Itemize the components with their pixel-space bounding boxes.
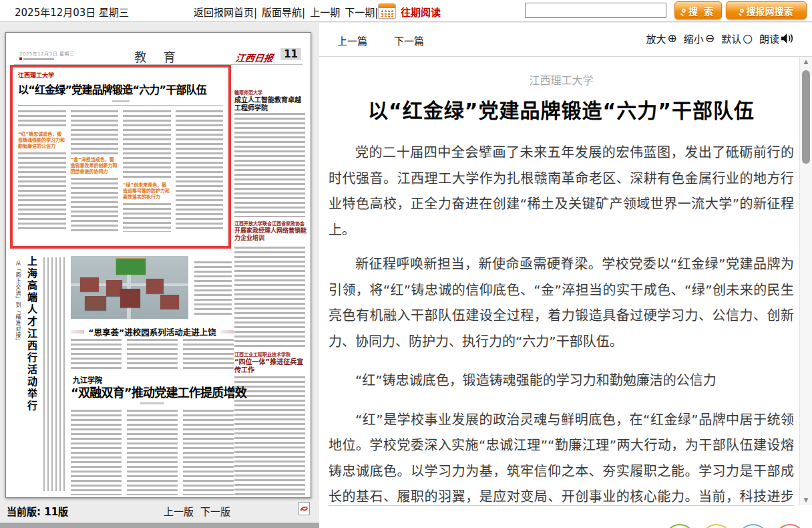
lead-byline — [112, 100, 130, 102]
share-button-green[interactable] — [664, 524, 695, 528]
article-title: 以“红金绿”党建品牌锻造“六力”干部队伍 — [329, 94, 794, 124]
scrollbar-thumb[interactable] — [802, 70, 810, 164]
mid-article-headline[interactable]: “思享荟”进校园系列活动走进上饶 — [88, 325, 216, 338]
zoom-out-icon: ⊖ — [705, 33, 715, 44]
simulated-text — [18, 110, 66, 129]
bottom-article-headline[interactable]: “双融双育”推动党建工作提质增效 — [71, 383, 235, 400]
search-icon — [682, 9, 686, 13]
scroll-up-arrow[interactable]: ▲ — [800, 58, 812, 65]
gradient-rule — [18, 105, 223, 106]
zoom-default-button[interactable]: 默认 ○ — [721, 31, 753, 45]
article-paragraph: 新征程呼唤新担当，新使命亟需硬脊梁。学校党委以“红金绿”党建品牌为引领，将“红”… — [329, 251, 794, 354]
share-button-yellow[interactable] — [701, 524, 732, 528]
prev-page-link[interactable]: 上一版 — [164, 504, 194, 518]
search-icon — [740, 9, 744, 13]
newspaper-page-preview[interactable]: 2025年12月3日 星期三 教 育 江西日报 11 江西理工大学 以“红金绿”… — [5, 32, 311, 498]
article-subtitle: 江西理工大学 — [329, 72, 794, 88]
vertical-article-headline[interactable]: 上海高端人才江西行活动举行 — [25, 256, 39, 491]
decorative-bar — [71, 330, 84, 334]
scroll-down-arrow[interactable]: ▼ — [800, 497, 812, 503]
site-search-button[interactable]: 搜报网搜索 — [726, 1, 807, 19]
paper-page-number: 11 — [280, 48, 301, 60]
article-content: 江西理工大学 以“红金绿”党建品牌锻造“六力”干部队伍 党的二十届四中全会擘画了… — [329, 57, 794, 506]
current-page-indicator: 当前版: 11版 — [7, 504, 68, 518]
article-headline[interactable]: “四位一体”推进征兵宣传工作 — [234, 358, 307, 374]
vertical-article-dek: 从「面上交流」到「精准对接」 — [14, 260, 21, 400]
simulated-text — [234, 247, 305, 347]
simulated-text — [234, 113, 305, 217]
reader-toolbar: 上一篇 下一篇 放大 ⊕ 缩小 ⊖ 默认 ○ 朗读 — [319, 23, 812, 57]
simulated-columns — [71, 410, 234, 495]
zoom-out-button[interactable]: 缩小 ⊖ — [684, 31, 715, 45]
link-prev-issue[interactable]: 上一期 — [310, 5, 340, 19]
simulated-columns — [71, 339, 234, 370]
pdf-download-icon[interactable] — [298, 502, 310, 515]
article-scrollbar[interactable]: ▲ ▼ — [799, 57, 812, 505]
article-kicker: 江西工业工程职业技术学院 — [234, 352, 307, 358]
simulated-text — [71, 178, 119, 232]
link-home[interactable]: 返回报网首页| — [194, 5, 257, 19]
zoom-in-button[interactable]: 放大 ⊕ — [646, 31, 677, 45]
share-button-orange[interactable] — [775, 524, 805, 528]
paper-right-column-article-3[interactable]: 江西工业工程职业技术学院 “四位一体”推进征兵宣传工作 — [234, 352, 307, 374]
simulated-text — [43, 257, 53, 491]
article-body: 党的二十届四中全会擘画了未来五年发展的宏伟蓝图，发出了砥砺前行的时代强音。江西理… — [329, 140, 794, 506]
article-kicker: 赣南师范大学 — [234, 90, 307, 96]
calendar-icon[interactable] — [378, 3, 396, 19]
speaker-icon — [781, 33, 793, 44]
simulated-text — [123, 110, 171, 180]
article-paragraph: “红”是学校事业发展的政治灵魂与鲜明底色，在“红金绿”品牌中居于统领地位。学校党… — [329, 407, 794, 507]
simulated-text — [194, 261, 232, 315]
campus-photo — [71, 256, 188, 319]
mid-article: “思享荟”进校园系列活动走进上饶 — [71, 325, 234, 338]
simulated-text — [71, 110, 119, 154]
read-aloud-button[interactable]: 朗读 — [759, 31, 793, 45]
simulated-text — [176, 110, 224, 232]
lead-subhead-gold: “金”淬担当成色，锻造锐意改革的创新力和团结奋进的协同力 — [71, 157, 119, 175]
top-nav-links: 返回报网首页| 版面导航| 上一期 下一期| — [194, 5, 378, 19]
paper-right-column-article-1[interactable]: 赣南师范大学 成立人工智能教育卓越工程师学院 — [234, 90, 307, 112]
prev-article-button[interactable]: 上一篇 — [337, 33, 367, 47]
paper-right-column-article-2[interactable]: 江西开放大学联合江西省家政协会 开展家政经理人网络营销能力企业培训 — [234, 221, 307, 242]
next-page-link[interactable]: 下一版 — [200, 504, 230, 518]
decorative-bar — [220, 330, 234, 334]
top-bar: 2025年12月03日 星期三 返回报网首页| 版面导航| 上一期 下一期| 往… — [0, 0, 812, 22]
lead-body-columns: “红”铸忠诚底色，锻造铸魂强能的学习力和勤勉廉洁的公信力 “金”淬担当成色，锻造… — [18, 110, 223, 232]
simulated-text — [55, 257, 65, 491]
article-headline[interactable]: 开展家政经理人网络营销能力企业培训 — [234, 227, 307, 242]
page-nav: 上一版 下一版 — [164, 504, 230, 518]
search-input[interactable] — [525, 3, 666, 18]
lead-subhead-red: “红”铸忠诚底色，锻造铸魂强能的学习力和勤勉廉洁的公信力 — [18, 132, 66, 150]
article-paragraph: “红”铸忠诚底色，锻造铸魂强能的学习力和勤勉廉洁的公信力 — [329, 368, 794, 394]
past-issues-link[interactable]: 往期阅读 — [401, 5, 441, 19]
article-paragraph: 党的二十届四中全会擘画了未来五年发展的宏伟蓝图，发出了砥砺前行的时代强音。江西理… — [329, 140, 794, 243]
next-article-button[interactable]: 下一篇 — [394, 33, 424, 47]
share-button-blue[interactable] — [738, 524, 769, 528]
link-next-issue[interactable]: 下一期| — [345, 5, 378, 19]
simulated-text — [18, 152, 66, 232]
search-button[interactable]: 搜 索 — [674, 1, 722, 19]
lead-subhead-green: “绿”创未来亮色，锻造运筹可靠的防护力和高效落实的执行力 — [123, 182, 171, 201]
article-reader-panel: 上一篇 下一篇 放大 ⊕ 缩小 ⊖ 默认 ○ 朗读 — [319, 23, 812, 528]
reader-controls: 放大 ⊕ 缩小 ⊖ 默认 ○ 朗读 — [646, 31, 793, 45]
link-page-nav[interactable]: 版面导航| — [262, 5, 305, 19]
current-date: 2025年12月03日 星期三 — [15, 5, 129, 19]
bottom-divider-strip — [0, 523, 321, 528]
bottom-article-byline — [71, 402, 234, 404]
zoom-default-icon: ○ — [743, 33, 753, 44]
lead-headline[interactable]: 以“红金绿”党建品牌锻造“六力”干部队伍 — [18, 81, 223, 97]
paper-masthead: 江西日报 — [235, 51, 274, 64]
lead-kicker: 江西理工大学 — [18, 71, 223, 80]
share-buttons — [664, 524, 805, 528]
article-kicker: 江西开放大学联合江西省家政协会 — [234, 221, 307, 227]
zoom-in-icon: ⊕ — [668, 33, 677, 44]
simulated-text — [123, 203, 171, 232]
article-headline[interactable]: 成立人工智能教育卓越工程师学院 — [234, 96, 307, 112]
highlighted-article-region[interactable]: 江西理工大学 以“红金绿”党建品牌锻造“六力”干部队伍 “红”铸忠诚底色，锻造铸… — [10, 65, 231, 249]
